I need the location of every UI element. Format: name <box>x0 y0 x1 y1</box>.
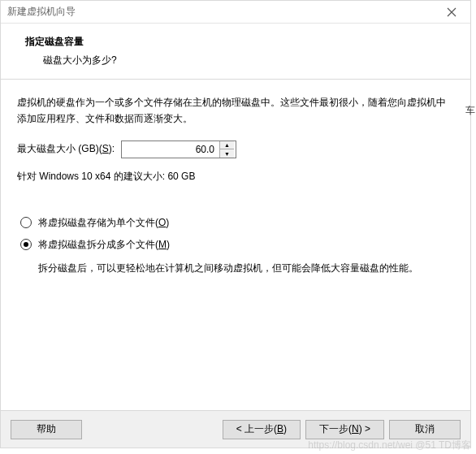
radio-split-files-label: 将虚拟磁盘拆分成多个文件(M) <box>38 238 170 252</box>
page-title: 指定磁盘容量 <box>25 35 456 49</box>
r2-key: M <box>158 239 167 250</box>
label-pre: 最大磁盘大小 (GB)( <box>17 143 102 154</box>
spin-down-button[interactable]: ▼ <box>220 149 234 158</box>
content-area: 虚拟机的硬盘作为一个或多个文件存储在主机的物理磁盘中。这些文件最初很小，随着您向… <box>1 80 470 413</box>
spinner-buttons: ▲ ▼ <box>219 141 234 158</box>
radio-split-files[interactable] <box>20 239 32 250</box>
back-pre: < 上一步( <box>236 423 277 435</box>
r2-pre: 将虚拟磁盘拆分成多个文件( <box>38 239 158 250</box>
radio-single-file-row[interactable]: 将虚拟磁盘存储为单个文件(O) <box>17 216 454 230</box>
label-key: S <box>102 143 109 154</box>
r2-post: ) <box>167 239 170 250</box>
next-post: ) > <box>359 423 370 435</box>
label-post: ): <box>109 143 115 154</box>
radio-split-files-row[interactable]: 将虚拟磁盘拆分成多个文件(M) <box>17 238 454 252</box>
spin-up-button[interactable]: ▲ <box>220 141 234 150</box>
titlebar: 新建虚拟机向导 <box>1 1 470 24</box>
next-key: N <box>352 423 359 435</box>
disk-size-row: 最大磁盘大小 (GB)(S): ▲ ▼ <box>17 141 454 158</box>
window-title: 新建虚拟机向导 <box>7 5 76 19</box>
wizard-dialog: 新建虚拟机向导 指定磁盘容量 磁盘大小为多少? 虚拟机的硬盘作为一个或多个文件存… <box>0 0 471 448</box>
cancel-button[interactable]: 取消 <box>389 420 461 439</box>
close-button[interactable] <box>435 2 469 23</box>
r1-post: ) <box>166 217 169 228</box>
help-button[interactable]: 帮助 <box>11 420 82 439</box>
next-pre: 下一步( <box>319 423 352 435</box>
edge-fragment: 车 <box>465 104 475 118</box>
disk-size-label: 最大磁盘大小 (GB)(S): <box>17 142 115 156</box>
back-button[interactable]: < 上一步(B) <box>223 420 301 439</box>
radio-single-file-label: 将虚拟磁盘存储为单个文件(O) <box>38 216 169 230</box>
r1-pre: 将虚拟磁盘存储为单个文件( <box>38 217 158 228</box>
close-icon <box>447 7 457 17</box>
radio-split-hint: 拆分磁盘后，可以更轻松地在计算机之间移动虚拟机，但可能会降低大容量磁盘的性能。 <box>17 260 454 276</box>
button-bar: 帮助 < 上一步(B) 下一步(N) > 取消 <box>1 410 470 448</box>
disk-size-input[interactable] <box>122 141 219 158</box>
header: 指定磁盘容量 磁盘大小为多少? <box>1 24 470 80</box>
radio-single-file[interactable] <box>20 217 32 228</box>
r1-key: O <box>158 217 166 228</box>
page-subtitle: 磁盘大小为多少? <box>25 54 456 67</box>
description-text: 虚拟机的硬盘作为一个或多个文件存储在主机的物理磁盘中。这些文件最初很小，随着您向… <box>17 94 454 128</box>
recommended-size-text: 针对 Windows 10 x64 的建议大小: 60 GB <box>17 170 454 184</box>
back-post: ) <box>283 423 287 435</box>
back-key: B <box>277 423 283 435</box>
disk-size-spinner[interactable]: ▲ ▼ <box>121 141 236 158</box>
next-button[interactable]: 下一步(N) > <box>305 420 384 439</box>
